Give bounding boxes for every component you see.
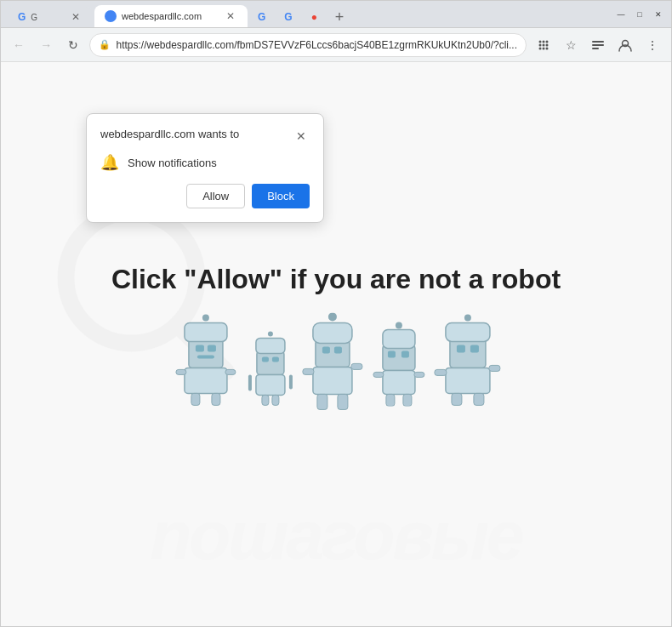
tab-active[interactable]: webdespardllc.com ✕ <box>94 5 248 27</box>
svg-point-20 <box>202 314 208 321</box>
robot-4 <box>370 321 425 406</box>
svg-rect-63 <box>488 365 499 371</box>
svg-rect-59 <box>445 322 489 341</box>
lock-icon: 🔒 <box>99 39 111 50</box>
svg-rect-16 <box>195 345 203 351</box>
svg-rect-42 <box>302 368 313 374</box>
address-bar: ← → ↻ 🔒 https://webdespardllc.com/fbmDS7… <box>1 28 671 62</box>
svg-rect-52 <box>373 372 383 377</box>
svg-rect-41 <box>312 367 351 394</box>
tab-inactive-4[interactable]: G <box>276 7 300 27</box>
svg-rect-29 <box>255 338 284 353</box>
new-tab-button[interactable]: + <box>329 7 350 27</box>
tab-5-favicon: ● <box>311 11 317 23</box>
allow-button[interactable]: Allow <box>186 184 245 208</box>
svg-rect-55 <box>402 394 411 406</box>
svg-rect-62 <box>434 369 446 375</box>
svg-rect-48 <box>401 351 408 357</box>
svg-rect-54 <box>385 394 394 406</box>
svg-rect-31 <box>255 374 284 395</box>
title-bar: G G ✕ webdespardllc.com ✕ G G ● <box>1 1 671 28</box>
svg-rect-28 <box>271 356 278 362</box>
tab-inactive-1[interactable]: G G ✕ <box>8 7 93 27</box>
svg-point-2 <box>546 40 549 43</box>
robots-illustration <box>111 312 561 410</box>
tab-inactive-3[interactable]: G <box>249 7 274 27</box>
svg-point-0 <box>539 40 542 43</box>
tab-1-label: G <box>31 13 37 22</box>
svg-rect-51 <box>382 370 414 394</box>
back-button[interactable]: ← <box>8 33 30 57</box>
profile-icon[interactable] <box>613 33 637 57</box>
svg-rect-23 <box>225 369 235 374</box>
svg-point-8 <box>546 47 549 49</box>
notification-popup: webdespardllc.com wants to ✕ 🔔 Show noti… <box>86 113 324 223</box>
window-controls: — □ ✕ <box>615 9 664 20</box>
svg-rect-9 <box>592 41 604 43</box>
svg-rect-65 <box>473 393 483 405</box>
maximize-button[interactable]: □ <box>634 9 646 20</box>
url-text: https://webdespardllc.com/fbmDS7EVVzF6Lc… <box>116 39 517 51</box>
tab-1-favicon: G <box>18 11 26 23</box>
robot-2 <box>246 329 293 406</box>
page-content: пошаговые Click "Allow" if you are not a… <box>1 62 671 626</box>
svg-point-1 <box>543 40 545 43</box>
svg-rect-61 <box>445 368 489 393</box>
svg-point-7 <box>543 47 545 49</box>
tab-3-favicon: G <box>258 11 265 23</box>
svg-rect-17 <box>207 345 215 351</box>
robot-5 <box>432 312 500 406</box>
svg-rect-21 <box>184 368 226 393</box>
svg-point-4 <box>543 43 545 46</box>
robot-3 <box>299 312 363 410</box>
main-content: Click "Allow" if you are not a robot <box>111 264 561 410</box>
tab-inactive-5[interactable]: ● <box>303 7 326 27</box>
svg-rect-22 <box>175 369 185 374</box>
tab-4-favicon: G <box>284 11 292 23</box>
svg-rect-15 <box>188 338 222 368</box>
minimize-button[interactable]: — <box>615 9 627 20</box>
svg-point-40 <box>327 312 336 321</box>
forward-button[interactable]: → <box>35 33 57 57</box>
svg-rect-56 <box>449 338 485 368</box>
svg-rect-47 <box>387 351 395 357</box>
tab-2-favicon <box>105 10 117 22</box>
popup-body: 🔔 Show notifications <box>100 153 310 172</box>
refresh-button[interactable]: ↻ <box>62 33 84 57</box>
svg-rect-27 <box>261 356 268 362</box>
bookmark-icon[interactable]: ☆ <box>559 33 583 57</box>
svg-rect-45 <box>337 394 347 409</box>
svg-rect-19 <box>184 322 226 341</box>
svg-rect-57 <box>456 345 464 352</box>
click-allow-text: Click "Allow" if you are not a robot <box>111 264 561 295</box>
svg-rect-36 <box>315 339 349 367</box>
svg-rect-53 <box>413 372 424 377</box>
tab-2-label: webdespardllc.com <box>122 11 202 21</box>
tab-2-close[interactable]: ✕ <box>224 9 237 23</box>
url-bar[interactable]: 🔒 https://webdespardllc.com/fbmDS7EVVzF6… <box>89 33 527 57</box>
popup-buttons: Allow Block <box>100 184 310 208</box>
svg-point-50 <box>395 322 401 328</box>
svg-rect-38 <box>333 346 341 353</box>
popup-close-button[interactable]: ✕ <box>293 128 310 145</box>
svg-rect-37 <box>322 346 329 353</box>
bell-icon: 🔔 <box>100 153 119 172</box>
svg-rect-11 <box>592 48 599 49</box>
svg-rect-32 <box>261 395 268 405</box>
svg-rect-64 <box>451 393 461 405</box>
svg-point-3 <box>539 43 542 46</box>
tab-1-close[interactable]: ✕ <box>69 10 83 24</box>
tab-search-icon[interactable] <box>586 33 610 57</box>
svg-rect-58 <box>470 345 478 352</box>
menu-icon[interactable]: ⋮ <box>641 33 664 57</box>
google-apps-icon[interactable] <box>532 33 555 57</box>
svg-rect-49 <box>382 329 414 348</box>
svg-point-30 <box>267 331 272 336</box>
svg-rect-39 <box>312 322 351 343</box>
svg-rect-24 <box>191 393 199 405</box>
svg-rect-33 <box>271 395 278 405</box>
block-button[interactable]: Block <box>252 184 310 208</box>
popup-header: webdespardllc.com wants to ✕ <box>100 128 310 145</box>
close-button[interactable]: ✕ <box>652 9 664 20</box>
svg-point-5 <box>546 43 549 46</box>
